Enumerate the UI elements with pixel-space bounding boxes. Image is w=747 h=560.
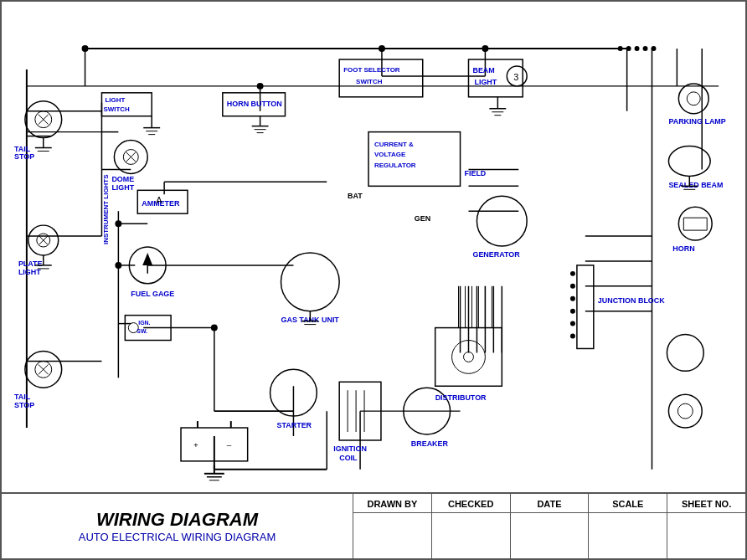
checked-field: CHECKED <box>432 494 511 558</box>
svg-text:INSTRUMENT LIGHTS: INSTRUMENT LIGHTS <box>102 175 110 245</box>
svg-point-74 <box>678 84 708 114</box>
sheet-no-field: SHEET NO. <box>667 494 745 558</box>
svg-text:IGNITION: IGNITION <box>333 444 367 453</box>
svg-point-188 <box>618 46 623 51</box>
sheet-no-label: SHEET NO. <box>667 499 745 513</box>
svg-text:SWITCH: SWITCH <box>356 78 383 85</box>
svg-text:GEN: GEN <box>415 214 430 223</box>
svg-point-190 <box>635 46 640 51</box>
svg-point-75 <box>687 92 700 105</box>
title-block: WIRING DIAGRAM AUTO ELECTRICAL WIRING DI… <box>2 492 745 558</box>
svg-text:STARTER: STARTER <box>277 421 312 429</box>
svg-point-156 <box>677 403 693 419</box>
title-main: WIRING DIAGRAM AUTO ELECTRICAL WIRING DI… <box>2 494 353 558</box>
date-label: DATE <box>511 499 589 513</box>
drawn-by-label: DRAWN BY <box>353 499 431 513</box>
svg-point-191 <box>643 46 648 51</box>
svg-text:LIGHT: LIGHT <box>105 96 125 104</box>
svg-point-134 <box>570 271 575 276</box>
svg-point-192 <box>652 46 657 51</box>
svg-point-161 <box>115 220 121 227</box>
svg-point-138 <box>570 321 575 326</box>
svg-text:JUNCTION BLOCK: JUNCTION BLOCK <box>598 296 665 305</box>
svg-point-102 <box>281 253 339 311</box>
svg-point-159 <box>482 45 488 52</box>
svg-text:TAIL: TAIL <box>14 145 31 153</box>
svg-point-155 <box>668 394 702 428</box>
date-field: DATE <box>511 494 590 558</box>
svg-point-158 <box>379 45 385 52</box>
svg-point-125 <box>464 352 474 362</box>
svg-point-154 <box>667 335 703 372</box>
svg-point-77 <box>668 146 710 177</box>
svg-point-136 <box>570 296 575 301</box>
scale-field: SCALE <box>589 494 667 558</box>
svg-rect-133 <box>577 265 594 349</box>
svg-text:FUEL GAGE: FUEL GAGE <box>131 290 174 298</box>
svg-text:GENERATOR: GENERATOR <box>472 250 520 259</box>
svg-text:FOOT SELECTOR: FOOT SELECTOR <box>343 66 400 74</box>
svg-text:3: 3 <box>513 72 518 82</box>
svg-point-89 <box>477 196 527 246</box>
svg-text:CURRENT &: CURRENT & <box>374 141 414 148</box>
svg-text:BAT: BAT <box>348 192 363 200</box>
svg-text:LIGHT: LIGHT <box>474 78 497 86</box>
svg-text:PLATE: PLATE <box>18 259 43 268</box>
drawn-by-field: DRAWN BY <box>353 494 432 558</box>
svg-text:TAIL: TAIL <box>14 393 31 401</box>
svg-text:A: A <box>156 195 162 205</box>
svg-point-157 <box>257 83 264 90</box>
title-fields: DRAWN BY CHECKED DATE SCALE SHEET NO. <box>353 494 745 558</box>
svg-text:FIELD: FIELD <box>465 169 487 177</box>
svg-point-139 <box>570 334 575 339</box>
main-container: TAIL STOP DOME LIGHT LIGHT SWITCH HORN B… <box>0 0 747 560</box>
svg-text:DOME: DOME <box>111 175 134 183</box>
svg-text:PARKING LAMP: PARKING LAMP <box>668 117 725 126</box>
svg-point-137 <box>570 309 575 314</box>
diagram-subtitle: AUTO ELECTRICAL WIRING DIAGRAM <box>79 531 276 543</box>
svg-text:DISTRIBUTOR: DISTRIBUTOR <box>435 393 487 402</box>
svg-point-160 <box>82 45 89 52</box>
scale-label: SCALE <box>589 499 667 513</box>
svg-text:STOP: STOP <box>14 401 34 409</box>
svg-text:HORN BUTTON: HORN BUTTON <box>227 100 282 108</box>
wiring-title: WIRING DIAGRAM <box>96 509 258 531</box>
svg-text:HORN: HORN <box>672 244 694 253</box>
svg-text:SWITCH: SWITCH <box>103 105 130 113</box>
svg-text:VOLTAGE: VOLTAGE <box>374 151 405 158</box>
svg-text:BREAKER: BREAKER <box>411 439 449 448</box>
svg-text:STOP: STOP <box>14 152 34 161</box>
svg-text:–: – <box>227 440 232 450</box>
svg-text:SW.: SW. <box>137 328 147 334</box>
svg-text:REGULATOR: REGULATOR <box>374 162 416 169</box>
svg-marker-95 <box>142 253 152 265</box>
checked-label: CHECKED <box>432 499 510 513</box>
svg-point-135 <box>570 284 575 289</box>
svg-text:+: + <box>193 440 198 450</box>
svg-marker-80 <box>683 218 707 230</box>
diagram-area: TAIL STOP DOME LIGHT LIGHT SWITCH HORN B… <box>2 2 745 496</box>
svg-point-162 <box>115 262 121 269</box>
svg-text:LIGHT: LIGHT <box>111 183 134 192</box>
svg-text:COIL: COIL <box>339 454 358 462</box>
svg-point-163 <box>211 325 218 331</box>
svg-text:BEAM: BEAM <box>472 66 494 74</box>
svg-point-189 <box>626 46 631 51</box>
svg-text:IGN.: IGN. <box>138 320 150 326</box>
svg-text:SEALED BEAM: SEALED BEAM <box>668 181 723 189</box>
